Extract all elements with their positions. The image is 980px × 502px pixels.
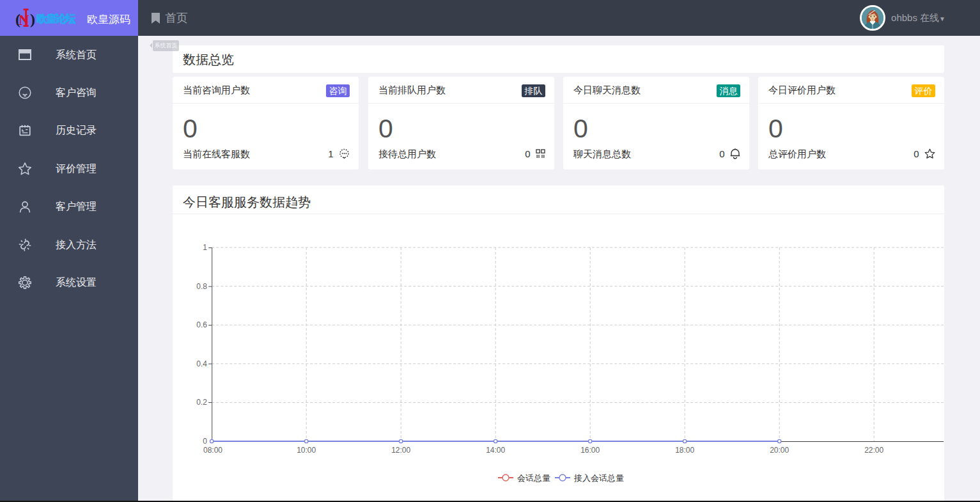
- svg-text:): ): [30, 11, 35, 27]
- svg-text:08:00: 08:00: [203, 446, 222, 455]
- svg-text:0.6: 0.6: [196, 320, 207, 329]
- svg-text:12:00: 12:00: [391, 446, 410, 455]
- svg-text:22:00: 22:00: [864, 446, 883, 455]
- svg-text:18:00: 18:00: [675, 446, 694, 455]
- svg-text:16:00: 16:00: [580, 446, 600, 455]
- svg-text:0.8: 0.8: [196, 282, 207, 291]
- svg-text:0.4: 0.4: [196, 359, 207, 368]
- svg-text:20:00: 20:00: [770, 446, 789, 455]
- svg-text:0: 0: [203, 437, 207, 446]
- svg-text:会话总量: 会话总量: [517, 473, 550, 483]
- svg-text:1: 1: [203, 243, 207, 252]
- svg-text:10:00: 10:00: [297, 446, 316, 455]
- svg-text:14:00: 14:00: [486, 446, 505, 455]
- svg-text:接入会话总量: 接入会话总量: [573, 473, 624, 483]
- svg-text:0.2: 0.2: [196, 398, 207, 407]
